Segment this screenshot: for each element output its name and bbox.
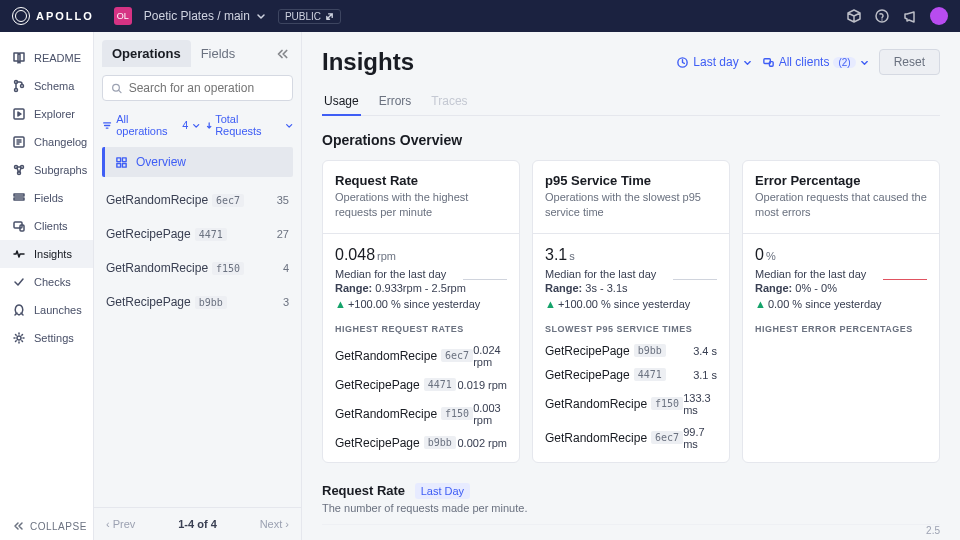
op-hash: 4471 <box>424 378 456 391</box>
operation-row[interactable]: GetRandomRecipe6ec735 <box>102 183 293 217</box>
nav-subgraphs[interactable]: Subgraphs <box>0 156 93 184</box>
metric-row[interactable]: GetRandomRecipef150133.3 ms <box>545 392 717 416</box>
nav-insights[interactable]: Insights <box>0 240 93 268</box>
list-heading: HIGHEST REQUEST RATES <box>335 324 507 334</box>
operations-panel: Operations Fields All operations 4 Total… <box>94 32 302 540</box>
visibility-badge[interactable]: PUBLIC <box>278 9 341 24</box>
nav-clients[interactable]: Clients <box>0 212 93 240</box>
card-value: 0 <box>755 246 764 263</box>
op-count: 35 <box>277 194 289 206</box>
op-count: 4 <box>283 262 289 274</box>
median-label: Median for the last day <box>755 268 866 280</box>
pager-prev[interactable]: ‹ Prev <box>106 518 135 530</box>
tab-fields[interactable]: Fields <box>191 40 246 67</box>
op-hash: 6ec7 <box>651 431 683 444</box>
metric-card: Error PercentageOperation requests that … <box>742 160 940 463</box>
delta-text: ▲+100.00 % since yesterday <box>335 298 507 310</box>
project-path[interactable]: Poetic Plates / main <box>144 9 266 23</box>
search-input-wrapper[interactable] <box>102 75 293 101</box>
metric-card: p95 Service TimeOperations with the slow… <box>532 160 730 463</box>
filter-all-operations[interactable]: All operations <box>116 113 178 137</box>
chart-range-badge[interactable]: Last Day <box>415 483 470 499</box>
rocket-icon <box>12 303 26 317</box>
svg-rect-18 <box>122 163 126 167</box>
op-hash: b9bb <box>634 344 666 357</box>
org-badge[interactable]: OL <box>114 7 132 25</box>
search-input[interactable] <box>129 81 284 95</box>
range-text: Range: 3s - 3.1s <box>545 282 717 294</box>
operation-list: GetRandomRecipe6ec735 GetRecipePage44712… <box>94 183 301 319</box>
metric-value: 133.3 ms <box>683 392 717 416</box>
topbar: APOLLO OL Poetic Plates / main PUBLIC <box>0 0 960 32</box>
arrow-down-icon <box>205 121 213 130</box>
op-hash: 4471 <box>195 228 227 241</box>
delta-text: ▲+100.00 % since yesterday <box>545 298 717 310</box>
content-tabs: Usage Errors Traces <box>322 88 940 116</box>
sparkline <box>463 268 507 280</box>
filter-icon[interactable] <box>102 120 112 131</box>
nav-readme[interactable]: README <box>0 44 93 72</box>
metric-value: 99.7 ms <box>683 426 717 450</box>
pulse-icon <box>12 247 26 261</box>
metric-row[interactable]: GetRandomRecipef1500.003 rpm <box>335 402 507 426</box>
branch-icon <box>12 79 26 93</box>
collapse-nav[interactable]: COLLAPSE <box>12 520 87 532</box>
chevron-down-icon[interactable] <box>192 121 200 130</box>
tab-usage[interactable]: Usage <box>322 88 361 116</box>
chevron-down-icon <box>743 58 752 67</box>
overview-item[interactable]: Overview <box>102 147 293 177</box>
sort-control[interactable]: Total Requests <box>205 113 293 137</box>
time-range-dropdown[interactable]: Last day <box>676 55 751 69</box>
clients-dropdown[interactable]: All clients(2) <box>762 55 869 69</box>
megaphone-icon[interactable] <box>902 8 918 24</box>
graph-icon <box>12 163 26 177</box>
brand-logo[interactable]: APOLLO <box>12 7 94 25</box>
op-hash: 6ec7 <box>212 194 244 207</box>
card-subtitle: Operations with the highest requests per… <box>335 190 507 221</box>
nav-schema[interactable]: Schema <box>0 72 93 100</box>
metric-row[interactable]: GetRecipePage44713.1 s <box>545 368 717 382</box>
metric-row[interactable]: GetRecipePageb9bb0.002 rpm <box>335 436 507 450</box>
nav-changelog[interactable]: Changelog <box>0 128 93 156</box>
chevron-left-double-icon[interactable] <box>275 47 289 61</box>
avatar[interactable] <box>930 7 948 25</box>
metric-value: 0.024 rpm <box>473 344 507 368</box>
pager: ‹ Prev 1-4 of 4 Next › <box>94 507 301 540</box>
operation-row[interactable]: GetRecipePage447127 <box>102 217 293 251</box>
chevron-down-icon <box>285 121 293 130</box>
metric-row[interactable]: GetRecipePage44710.019 rpm <box>335 378 507 392</box>
book-icon <box>12 51 26 65</box>
operation-row[interactable]: GetRandomRecipef1504 <box>102 251 293 285</box>
nav-launches[interactable]: Launches <box>0 296 93 324</box>
cube-icon[interactable] <box>846 8 862 24</box>
op-hash: f150 <box>651 397 683 410</box>
tab-operations[interactable]: Operations <box>102 40 191 67</box>
metric-row[interactable]: GetRecipePageb9bb3.4 s <box>545 344 717 358</box>
svg-rect-10 <box>14 198 24 200</box>
range-text: Range: 0.933rpm - 2.5rpm <box>335 282 507 294</box>
op-hash: 6ec7 <box>441 349 473 362</box>
operation-row[interactable]: GetRecipePageb9bb3 <box>102 285 293 319</box>
help-icon[interactable] <box>874 8 890 24</box>
fields-icon <box>12 191 26 205</box>
nav-checks[interactable]: Checks <box>0 268 93 296</box>
logo-icon <box>12 7 30 25</box>
pager-next[interactable]: Next › <box>260 518 289 530</box>
op-count: 3 <box>283 296 289 308</box>
op-hash: 4471 <box>634 368 666 381</box>
chevron-left-double-icon <box>12 520 24 532</box>
metric-value: 0.003 rpm <box>473 402 507 426</box>
nav-settings[interactable]: Settings <box>0 324 93 352</box>
filter-count: 4 <box>182 119 188 131</box>
chart-subtitle: The number of requests made per minute. <box>322 502 940 514</box>
tab-errors[interactable]: Errors <box>377 88 414 115</box>
external-link-icon <box>325 12 334 21</box>
delta-text: ▲0.00 % since yesterday <box>755 298 927 310</box>
reset-button[interactable]: Reset <box>879 49 940 75</box>
nav-explorer[interactable]: Explorer <box>0 100 93 128</box>
chart-header: Request Rate Last Day The number of requ… <box>322 483 940 514</box>
metric-row[interactable]: GetRandomRecipe6ec799.7 ms <box>545 426 717 450</box>
nav-fields[interactable]: Fields <box>0 184 93 212</box>
svg-point-3 <box>21 85 24 88</box>
metric-row[interactable]: GetRandomRecipe6ec70.024 rpm <box>335 344 507 368</box>
